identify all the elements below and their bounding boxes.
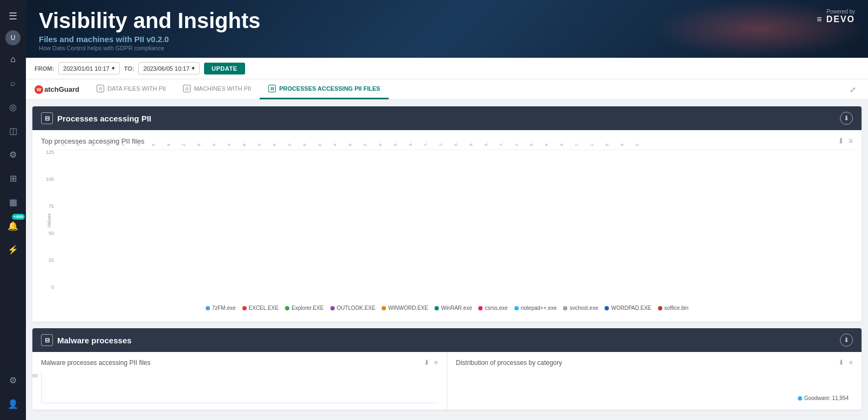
legend-item: WINWORD.EXE xyxy=(382,305,428,311)
sidebar-item-grid2[interactable]: ▦ xyxy=(3,192,23,212)
alerts-badge: +999 xyxy=(12,214,25,220)
legend-label: soffice.bin xyxy=(664,305,689,311)
tab-watchguard[interactable]: W atchGuard xyxy=(35,80,88,99)
x-label xyxy=(69,143,72,146)
x-label xyxy=(552,143,556,146)
from-date-value: 2023/01/01 10:17 xyxy=(63,65,110,72)
x-label: 03 Apr xyxy=(409,143,412,146)
from-date-selector[interactable]: 2023/01/01 10:17 ▾ xyxy=(58,62,120,74)
legend-dot xyxy=(206,306,210,310)
x-label: 19 Apr xyxy=(469,143,473,146)
legend-label: Explorer.EXE xyxy=(291,305,323,311)
sidebar-item-settings[interactable]: ⚙ xyxy=(3,370,23,390)
tab-data-files[interactable]: ⊟ DATA FILES WITH PII xyxy=(88,79,174,99)
x-label: 05 May xyxy=(530,143,533,146)
x-label: 09 May xyxy=(545,143,548,146)
page-title: Visibility and Insights xyxy=(39,9,855,32)
sidebar-item-menu[interactable]: ☰ xyxy=(3,6,23,26)
sidebar-item-filter[interactable]: ⚙ xyxy=(3,145,23,164)
legend-dot xyxy=(435,306,439,310)
x-label xyxy=(537,143,541,146)
processes-section: ⊟ Processes accessing PII ⬇ Top processe… xyxy=(32,106,862,322)
dashboard-subtitle: Files and machines with PII v0.2.0 xyxy=(39,35,855,44)
x-label: 17 May xyxy=(575,143,579,146)
legend-dot xyxy=(330,306,335,310)
machines-tab-icon: ⊟ xyxy=(183,85,191,92)
malware-right-menu[interactable]: ≡ xyxy=(849,358,853,367)
x-label xyxy=(356,143,360,146)
sidebar-item-chart[interactable]: ◫ xyxy=(3,121,23,140)
x-label xyxy=(341,143,344,146)
processes-section-icon: ⊟ xyxy=(41,112,53,124)
toolbar: FROM: 2023/01/01 10:17 ▾ TO: 2023/06/05 … xyxy=(26,58,868,79)
x-label xyxy=(628,143,632,146)
x-label: 13 May xyxy=(560,143,564,146)
to-date-chevron: ▾ xyxy=(192,65,195,72)
legend-item: EXCEL.EXE xyxy=(242,305,279,311)
malware-left-download[interactable]: ⬇ xyxy=(424,358,430,367)
processes-section-title-text: Processes accessing PII xyxy=(57,114,151,123)
tab-machines-label: MACHINES WITH PII xyxy=(194,85,251,92)
tabs-right: ⤢ xyxy=(846,83,859,96)
sidebar: ☰ U ⌂ ⌕ ◎ ◫ ⚙ ⊞ ▦ 🔔 +999 ⚡ ⚙ 👤 xyxy=(0,0,26,420)
x-label: 18 Feb xyxy=(242,143,246,146)
x-label: 26 Feb xyxy=(273,143,276,146)
watchguard-logo-icon: W xyxy=(35,85,43,94)
tab-machines[interactable]: ⊟ MACHINES WITH PII xyxy=(174,79,260,99)
x-label xyxy=(159,143,163,146)
processes-tab-icon: ⊟ xyxy=(268,85,276,92)
x-label: 30 Mar xyxy=(394,143,397,146)
sidebar-item-lightning[interactable]: ⚡ xyxy=(3,240,23,259)
x-label xyxy=(522,143,526,146)
malware-section-title-text: Malware processes xyxy=(57,336,132,345)
x-label xyxy=(371,143,375,146)
to-date-selector[interactable]: 2023/06/05 10:17 ▾ xyxy=(138,62,200,74)
legend-dot xyxy=(242,306,247,310)
x-label: 07 Apr xyxy=(424,143,428,146)
malware-right-chart: Distribution of processes by category ⬇ … xyxy=(447,352,862,410)
x-label xyxy=(492,143,496,146)
x-label: 25 Jan xyxy=(152,143,155,146)
malware-section-header: ⊟ Malware processes ⬇ xyxy=(32,328,862,352)
x-label xyxy=(582,143,586,146)
legend-item: WORDPAD.EXE xyxy=(605,305,651,311)
x-label xyxy=(280,143,284,146)
legend-label: WINWORD.EXE xyxy=(388,305,428,311)
bar-chart: 125 100 75 50 25 0 Values xyxy=(41,150,853,301)
sidebar-item-user[interactable]: 👤 xyxy=(3,394,23,414)
malware-section-download[interactable]: ⬇ xyxy=(840,334,853,347)
legend-dot xyxy=(605,306,609,310)
x-label: 14 Feb xyxy=(227,143,231,146)
x-label: 01 May xyxy=(514,143,518,146)
malware-right-download[interactable]: ⬇ xyxy=(838,358,844,367)
legend-item: soffice.bin xyxy=(658,305,689,311)
legend-label: EXCEL.EXE xyxy=(249,305,279,311)
watchguard-label: atchGuard xyxy=(44,85,79,93)
x-label: 15 Apr xyxy=(454,143,458,146)
legend-label: WinRAR.exe xyxy=(441,305,472,311)
processes-section-download[interactable]: ⬇ xyxy=(840,112,853,125)
to-label: TO: xyxy=(124,65,134,72)
sidebar-item-alerts[interactable]: 🔔 +999 xyxy=(3,216,23,235)
sidebar-item-globe[interactable]: ◎ xyxy=(3,97,23,117)
x-label xyxy=(598,143,601,146)
tab-processes[interactable]: ⊟ PROCESSES ACCESSING PII FILES xyxy=(260,79,389,99)
x-label: 01 Jan xyxy=(61,143,65,146)
malware-left-menu[interactable]: ≡ xyxy=(434,358,438,367)
avatar[interactable]: U xyxy=(5,30,21,45)
update-button[interactable]: UPDATE xyxy=(204,63,245,74)
tab-processes-label: PROCESSES ACCESSING PII FILES xyxy=(279,85,380,92)
x-label xyxy=(416,143,420,146)
sidebar-item-grid1[interactable]: ⊞ xyxy=(3,168,23,188)
from-date-chevron: ▾ xyxy=(112,65,115,72)
processes-section-header: ⊟ Processes accessing PII ⬇ xyxy=(32,106,862,130)
x-label: 10 Feb xyxy=(212,143,216,146)
sidebar-item-home[interactable]: ⌂ xyxy=(3,50,23,69)
chart-legend: 7zFM.exeEXCEL.EXEExplorer.EXEOUTLOOK.EXE… xyxy=(41,301,853,315)
x-label: 05 Jan xyxy=(76,143,80,146)
sidebar-item-search[interactable]: ⌕ xyxy=(3,73,23,93)
processes-section-title: ⊟ Processes accessing PII xyxy=(41,112,151,124)
expand-icon[interactable]: ⤢ xyxy=(846,83,859,96)
x-label xyxy=(643,143,647,146)
x-label: 02 Jun xyxy=(635,143,639,146)
